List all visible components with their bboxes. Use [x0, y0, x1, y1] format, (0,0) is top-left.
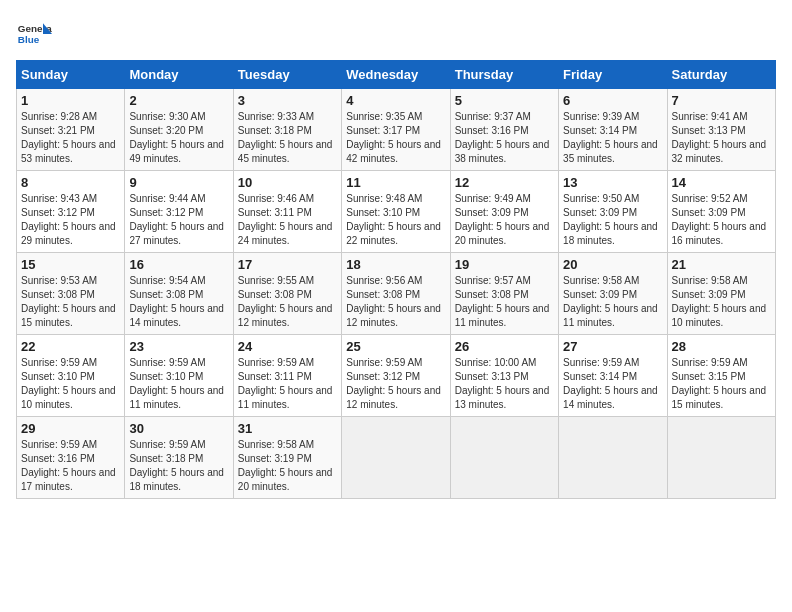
day-number: 13	[563, 175, 662, 190]
day-number: 30	[129, 421, 228, 436]
day-number: 12	[455, 175, 554, 190]
day-info: Sunrise: 9:58 AMSunset: 3:19 PMDaylight:…	[238, 438, 337, 494]
day-number: 9	[129, 175, 228, 190]
calendar-cell: 23Sunrise: 9:59 AMSunset: 3:10 PMDayligh…	[125, 335, 233, 417]
calendar-cell: 8Sunrise: 9:43 AMSunset: 3:12 PMDaylight…	[17, 171, 125, 253]
calendar-cell: 31Sunrise: 9:58 AMSunset: 3:19 PMDayligh…	[233, 417, 341, 499]
calendar-cell	[342, 417, 450, 499]
calendar-cell: 17Sunrise: 9:55 AMSunset: 3:08 PMDayligh…	[233, 253, 341, 335]
column-header-friday: Friday	[559, 61, 667, 89]
day-info: Sunrise: 9:59 AMSunset: 3:12 PMDaylight:…	[346, 356, 445, 412]
day-number: 29	[21, 421, 120, 436]
column-header-thursday: Thursday	[450, 61, 558, 89]
day-number: 14	[672, 175, 771, 190]
day-info: Sunrise: 9:55 AMSunset: 3:08 PMDaylight:…	[238, 274, 337, 330]
day-info: Sunrise: 9:46 AMSunset: 3:11 PMDaylight:…	[238, 192, 337, 248]
calendar-cell: 10Sunrise: 9:46 AMSunset: 3:11 PMDayligh…	[233, 171, 341, 253]
day-number: 27	[563, 339, 662, 354]
day-number: 17	[238, 257, 337, 272]
day-number: 26	[455, 339, 554, 354]
day-number: 1	[21, 93, 120, 108]
logo-icon: General Blue	[16, 16, 52, 52]
day-number: 3	[238, 93, 337, 108]
calendar-cell: 18Sunrise: 9:56 AMSunset: 3:08 PMDayligh…	[342, 253, 450, 335]
calendar-cell: 5Sunrise: 9:37 AMSunset: 3:16 PMDaylight…	[450, 89, 558, 171]
day-number: 10	[238, 175, 337, 190]
day-info: Sunrise: 9:54 AMSunset: 3:08 PMDaylight:…	[129, 274, 228, 330]
calendar-cell: 27Sunrise: 9:59 AMSunset: 3:14 PMDayligh…	[559, 335, 667, 417]
calendar-cell: 22Sunrise: 9:59 AMSunset: 3:10 PMDayligh…	[17, 335, 125, 417]
day-number: 18	[346, 257, 445, 272]
day-info: Sunrise: 9:50 AMSunset: 3:09 PMDaylight:…	[563, 192, 662, 248]
calendar-table: SundayMondayTuesdayWednesdayThursdayFrid…	[16, 60, 776, 499]
calendar-week-5: 29Sunrise: 9:59 AMSunset: 3:16 PMDayligh…	[17, 417, 776, 499]
day-info: Sunrise: 9:28 AMSunset: 3:21 PMDaylight:…	[21, 110, 120, 166]
day-number: 28	[672, 339, 771, 354]
column-header-wednesday: Wednesday	[342, 61, 450, 89]
day-number: 8	[21, 175, 120, 190]
page-header: General Blue	[16, 16, 776, 52]
day-info: Sunrise: 9:33 AMSunset: 3:18 PMDaylight:…	[238, 110, 337, 166]
day-number: 31	[238, 421, 337, 436]
calendar-cell: 19Sunrise: 9:57 AMSunset: 3:08 PMDayligh…	[450, 253, 558, 335]
calendar-cell: 16Sunrise: 9:54 AMSunset: 3:08 PMDayligh…	[125, 253, 233, 335]
day-info: Sunrise: 9:43 AMSunset: 3:12 PMDaylight:…	[21, 192, 120, 248]
day-number: 4	[346, 93, 445, 108]
day-info: Sunrise: 9:44 AMSunset: 3:12 PMDaylight:…	[129, 192, 228, 248]
day-info: Sunrise: 9:37 AMSunset: 3:16 PMDaylight:…	[455, 110, 554, 166]
day-number: 25	[346, 339, 445, 354]
calendar-cell: 29Sunrise: 9:59 AMSunset: 3:16 PMDayligh…	[17, 417, 125, 499]
day-number: 2	[129, 93, 228, 108]
calendar-cell: 13Sunrise: 9:50 AMSunset: 3:09 PMDayligh…	[559, 171, 667, 253]
calendar-cell: 28Sunrise: 9:59 AMSunset: 3:15 PMDayligh…	[667, 335, 775, 417]
calendar-cell: 21Sunrise: 9:58 AMSunset: 3:09 PMDayligh…	[667, 253, 775, 335]
calendar-cell: 2Sunrise: 9:30 AMSunset: 3:20 PMDaylight…	[125, 89, 233, 171]
day-number: 6	[563, 93, 662, 108]
day-info: Sunrise: 9:58 AMSunset: 3:09 PMDaylight:…	[672, 274, 771, 330]
calendar-week-1: 1Sunrise: 9:28 AMSunset: 3:21 PMDaylight…	[17, 89, 776, 171]
calendar-cell: 12Sunrise: 9:49 AMSunset: 3:09 PMDayligh…	[450, 171, 558, 253]
day-info: Sunrise: 9:49 AMSunset: 3:09 PMDaylight:…	[455, 192, 554, 248]
calendar-week-2: 8Sunrise: 9:43 AMSunset: 3:12 PMDaylight…	[17, 171, 776, 253]
day-info: Sunrise: 9:41 AMSunset: 3:13 PMDaylight:…	[672, 110, 771, 166]
day-number: 7	[672, 93, 771, 108]
calendar-week-4: 22Sunrise: 9:59 AMSunset: 3:10 PMDayligh…	[17, 335, 776, 417]
svg-text:Blue: Blue	[18, 34, 40, 45]
day-number: 19	[455, 257, 554, 272]
day-info: Sunrise: 9:59 AMSunset: 3:18 PMDaylight:…	[129, 438, 228, 494]
day-number: 5	[455, 93, 554, 108]
calendar-cell: 4Sunrise: 9:35 AMSunset: 3:17 PMDaylight…	[342, 89, 450, 171]
calendar-cell: 3Sunrise: 9:33 AMSunset: 3:18 PMDaylight…	[233, 89, 341, 171]
day-info: Sunrise: 9:56 AMSunset: 3:08 PMDaylight:…	[346, 274, 445, 330]
calendar-cell: 25Sunrise: 9:59 AMSunset: 3:12 PMDayligh…	[342, 335, 450, 417]
calendar-cell: 14Sunrise: 9:52 AMSunset: 3:09 PMDayligh…	[667, 171, 775, 253]
day-number: 23	[129, 339, 228, 354]
calendar-cell	[450, 417, 558, 499]
calendar-cell: 6Sunrise: 9:39 AMSunset: 3:14 PMDaylight…	[559, 89, 667, 171]
header-row: SundayMondayTuesdayWednesdayThursdayFrid…	[17, 61, 776, 89]
column-header-tuesday: Tuesday	[233, 61, 341, 89]
calendar-cell: 11Sunrise: 9:48 AMSunset: 3:10 PMDayligh…	[342, 171, 450, 253]
day-info: Sunrise: 9:59 AMSunset: 3:10 PMDaylight:…	[21, 356, 120, 412]
calendar-cell	[667, 417, 775, 499]
calendar-week-3: 15Sunrise: 9:53 AMSunset: 3:08 PMDayligh…	[17, 253, 776, 335]
column-header-monday: Monday	[125, 61, 233, 89]
calendar-cell: 15Sunrise: 9:53 AMSunset: 3:08 PMDayligh…	[17, 253, 125, 335]
calendar-cell: 20Sunrise: 9:58 AMSunset: 3:09 PMDayligh…	[559, 253, 667, 335]
calendar-cell: 1Sunrise: 9:28 AMSunset: 3:21 PMDaylight…	[17, 89, 125, 171]
day-info: Sunrise: 9:53 AMSunset: 3:08 PMDaylight:…	[21, 274, 120, 330]
day-info: Sunrise: 9:30 AMSunset: 3:20 PMDaylight:…	[129, 110, 228, 166]
day-info: Sunrise: 9:59 AMSunset: 3:10 PMDaylight:…	[129, 356, 228, 412]
day-info: Sunrise: 9:52 AMSunset: 3:09 PMDaylight:…	[672, 192, 771, 248]
day-number: 22	[21, 339, 120, 354]
day-info: Sunrise: 9:39 AMSunset: 3:14 PMDaylight:…	[563, 110, 662, 166]
calendar-cell: 24Sunrise: 9:59 AMSunset: 3:11 PMDayligh…	[233, 335, 341, 417]
calendar-cell: 7Sunrise: 9:41 AMSunset: 3:13 PMDaylight…	[667, 89, 775, 171]
day-info: Sunrise: 9:59 AMSunset: 3:16 PMDaylight:…	[21, 438, 120, 494]
calendar-cell	[559, 417, 667, 499]
day-number: 24	[238, 339, 337, 354]
day-info: Sunrise: 9:58 AMSunset: 3:09 PMDaylight:…	[563, 274, 662, 330]
day-number: 15	[21, 257, 120, 272]
logo: General Blue	[16, 16, 56, 52]
day-info: Sunrise: 10:00 AMSunset: 3:13 PMDaylight…	[455, 356, 554, 412]
